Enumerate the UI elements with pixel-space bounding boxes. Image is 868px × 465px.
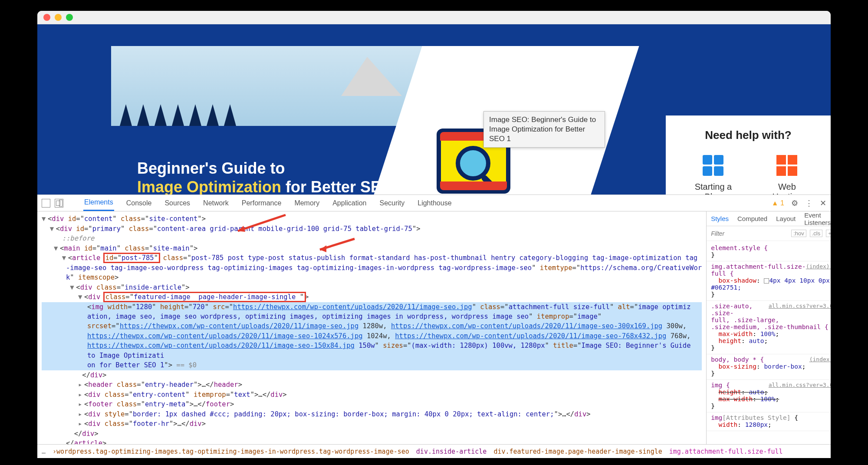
grid-icon (703, 155, 723, 176)
sidebar-item-blog[interactable]: Starting a Blog (695, 155, 732, 195)
sidebar-title: Need help with? (674, 129, 822, 142)
image-tooltip: Image SEO: Beginner's Guide to Image Opt… (483, 111, 605, 148)
tab-lighthouse[interactable]: Lighthouse (417, 196, 452, 211)
dom-tree[interactable]: ▼<div id="content" class="site-content">… (37, 211, 706, 458)
tab-styles[interactable]: Styles (711, 215, 729, 222)
maximize-icon[interactable] (66, 14, 73, 21)
tab-console[interactable]: Console (125, 196, 153, 211)
devtools-tabs: Elements Console Sources Network Perform… (37, 195, 831, 211)
hero-title: Beginner's Guide to Image Optimization f… (137, 159, 393, 195)
window-titlebar (37, 11, 831, 24)
breadcrumb-path[interactable]: … ›wordpress.tag-optimizing-images.tag-o… (37, 444, 831, 458)
minimize-icon[interactable] (55, 14, 62, 21)
tab-application[interactable]: Application (332, 196, 367, 211)
rendered-page: Beginner's Guide to Image Optimization f… (37, 24, 831, 195)
hero-line1: Beginner's Guide to (137, 159, 393, 178)
close-devtools-icon[interactable]: ✕ (820, 198, 826, 208)
devtools-panel: Elements Console Sources Network Perform… (37, 195, 831, 458)
tab-elements[interactable]: Elements (83, 195, 114, 211)
tab-computed[interactable]: Computed (737, 215, 767, 222)
browser-window: Beginner's Guide to Image Optimization f… (37, 11, 831, 458)
tab-event-listeners[interactable]: Event Listeners (804, 211, 831, 226)
cls-toggle[interactable]: .cls (810, 230, 823, 237)
styles-rules[interactable]: element.style {} (index):1008img.attachm… (707, 241, 831, 458)
list-icon (776, 155, 797, 176)
styles-filter-input[interactable] (711, 230, 788, 237)
hov-toggle[interactable]: :hov (791, 230, 806, 237)
tab-sources[interactable]: Sources (164, 196, 191, 211)
inspect-icon[interactable] (42, 199, 50, 208)
styles-panel: Styles Computed Layout Event Listeners »… (706, 211, 831, 458)
tab-performance[interactable]: Performance (241, 196, 283, 211)
styles-filter-bar: :hov .cls + ▣ (707, 226, 831, 241)
sidebar-item-hosting[interactable]: Web Hosting (773, 155, 802, 195)
tab-network[interactable]: Network (202, 196, 230, 211)
device-toggle-icon[interactable] (55, 199, 63, 208)
warning-badge[interactable]: ▲ 1 (772, 199, 784, 207)
styles-tabs: Styles Computed Layout Event Listeners » (707, 211, 831, 226)
sidebar-widget: Need help with? Starting a Blog Web Host… (666, 115, 831, 195)
add-rule-icon[interactable]: + (826, 230, 831, 237)
tab-security[interactable]: Security (378, 196, 405, 211)
close-icon[interactable] (43, 14, 50, 21)
tab-layout[interactable]: Layout (776, 215, 796, 222)
gear-icon[interactable]: ⚙ (791, 198, 798, 208)
hero-line2: Image Optimization for Better SEO (137, 178, 393, 195)
tab-memory[interactable]: Memory (293, 196, 320, 211)
more-icon[interactable]: ⋮ (805, 198, 813, 208)
